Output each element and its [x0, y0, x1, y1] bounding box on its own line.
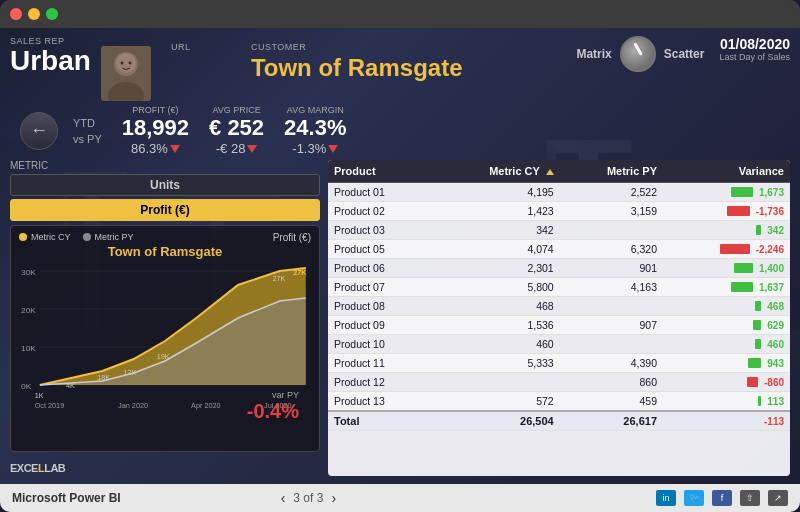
col-metric-cy-header[interactable]: Metric CY	[432, 160, 559, 183]
customer-label: Customer	[251, 42, 306, 52]
avg-margin-arrow-down-icon	[328, 145, 338, 153]
profit-stat-block: Profit (€) 18,992 86.3%	[122, 105, 189, 156]
product-cell: Product 06	[328, 259, 432, 278]
title-bar	[0, 0, 800, 28]
table-row: Product 09 1,536 907 629	[328, 316, 790, 335]
svg-text:19K: 19K	[157, 353, 170, 361]
total-label: Total	[328, 411, 432, 431]
legend-cy-item: Metric CY	[19, 232, 71, 242]
page-separator: of	[303, 491, 316, 505]
chart-profit-label: Profit (€)	[273, 232, 311, 243]
page-indicator: 3 of 3	[293, 491, 323, 505]
metric-cy-cell: 468	[432, 297, 559, 316]
avg-price-ytd-value: € 252	[209, 117, 264, 139]
legend-py-dot	[83, 233, 91, 241]
twitter-icon[interactable]: 🐦	[684, 490, 704, 506]
metric-py-cell: 860	[560, 373, 663, 392]
date-section: 01/08/2020 Last Day of Sales	[719, 36, 790, 62]
metric-py-cell: 4,163	[560, 278, 663, 297]
bottom-nav: ‹ 3 of 3 ›	[281, 490, 336, 506]
left-panel: Metric Units Profit (€) Metric CY	[10, 160, 320, 476]
profit-metric-button[interactable]: Profit (€)	[10, 199, 320, 221]
avg-margin-ytd-value: 24.3%	[284, 117, 346, 139]
variance-cell: 1,673	[663, 183, 790, 202]
facebook-icon[interactable]: f	[712, 490, 732, 506]
metric-section-label: Metric	[10, 160, 320, 171]
window-frame: Sales Rep Urban 👤	[0, 0, 800, 512]
legend-cy-dot	[19, 233, 27, 241]
current-page: 3	[293, 491, 300, 505]
metric-py-cell: 907	[560, 316, 663, 335]
product-cell: Product 10	[328, 335, 432, 354]
minimize-button[interactable]	[28, 8, 40, 20]
total-py: 26,617	[560, 411, 663, 431]
header-row: Sales Rep Urban 👤	[10, 36, 790, 101]
legend-py-item: Metric PY	[83, 232, 134, 242]
chart-title: Town of Ramsgate	[19, 244, 311, 259]
product-cell: Product 05	[328, 240, 432, 259]
variance-cell: 1,400	[663, 259, 790, 278]
col-product-header[interactable]: Product	[328, 160, 432, 183]
profit-arrow-down-icon	[170, 145, 180, 153]
profit-vs-py-value: 86.3%	[131, 141, 168, 156]
stats-row: ← YTD vs PY Profit (€) 18,992 86.3% A	[10, 105, 790, 156]
chart-legend: Metric CY Metric PY	[19, 232, 311, 242]
table-panel: Product Metric CY Metric PY Variance	[328, 160, 790, 476]
expand-icon[interactable]: ↗	[768, 490, 788, 506]
table-row: Product 06 2,301 901 1,400	[328, 259, 790, 278]
share-icon[interactable]: ⇧	[740, 490, 760, 506]
metric-cy-cell: 1,423	[432, 202, 559, 221]
units-metric-button[interactable]: Units	[10, 174, 320, 196]
back-button[interactable]: ←	[20, 112, 58, 150]
svg-text:Jan 2020: Jan 2020	[118, 402, 148, 410]
middle-row: Metric Units Profit (€) Metric CY	[10, 160, 790, 476]
customer-name: Town of Ramsgate	[251, 54, 567, 83]
date-value: 01/08/2020	[719, 36, 790, 52]
variance-cell: 1,637	[663, 278, 790, 297]
product-cell: Product 11	[328, 354, 432, 373]
customer-section: Customer Town of Ramsgate	[251, 36, 567, 83]
variance-cell: 943	[663, 354, 790, 373]
metric-cy-cell: 5,800	[432, 278, 559, 297]
chart-container: Metric CY Metric PY Town of Ramsgate Pro…	[10, 225, 320, 452]
prev-page-button[interactable]: ‹	[281, 490, 286, 506]
variance-cell: 629	[663, 316, 790, 335]
metric-py-cell: 4,390	[560, 354, 663, 373]
avg-margin-vs-py-value: -1.3%	[292, 141, 326, 156]
metric-py-cell: 459	[560, 392, 663, 412]
maximize-button[interactable]	[46, 8, 58, 20]
col-variance-header[interactable]: Variance	[663, 160, 790, 183]
svg-text:27K: 27K	[272, 275, 285, 283]
table-row: Product 10 460 460	[328, 335, 790, 354]
metric-py-cell	[560, 221, 663, 240]
svg-text:12K: 12K	[123, 369, 136, 377]
sales-rep-name: Urban	[10, 46, 91, 77]
table-row: Product 13 572 459 113	[328, 392, 790, 412]
product-cell: Product 03	[328, 221, 432, 240]
total-variance: -113	[663, 411, 790, 431]
variance-cell: 468	[663, 297, 790, 316]
close-button[interactable]	[10, 8, 22, 20]
next-page-button[interactable]: ›	[331, 490, 336, 506]
main-content: Sales Rep Urban 👤	[0, 28, 800, 484]
metric-cy-cell: 5,333	[432, 354, 559, 373]
col-metric-py-header[interactable]: Metric PY	[560, 160, 663, 183]
vs-py-label: vs PY	[73, 133, 102, 145]
bottom-bar: Microsoft Power BI ‹ 3 of 3 › in 🐦 f ⇧ ↗	[0, 484, 800, 512]
avg-margin-stat-block: Avg Margin 24.3% -1.3%	[284, 105, 346, 156]
metric-cy-cell	[432, 373, 559, 392]
svg-text:27K: 27K	[293, 269, 307, 277]
legend-cy-label: Metric CY	[31, 232, 71, 242]
metric-cy-cell: 572	[432, 392, 559, 412]
product-cell: Product 02	[328, 202, 432, 221]
metric-py-cell: 901	[560, 259, 663, 278]
bottom-icons: in 🐦 f ⇧ ↗	[656, 490, 788, 506]
metric-py-cell	[560, 297, 663, 316]
product-cell: Product 12	[328, 373, 432, 392]
matrix-scatter-toggle[interactable]	[620, 36, 656, 72]
url-section: URL	[171, 36, 231, 54]
linkedin-icon[interactable]: in	[656, 490, 676, 506]
powerbi-app-name: Microsoft Power BI	[12, 491, 121, 505]
var-py-value: -0.4%	[247, 400, 299, 423]
svg-text:20K: 20K	[21, 306, 36, 315]
